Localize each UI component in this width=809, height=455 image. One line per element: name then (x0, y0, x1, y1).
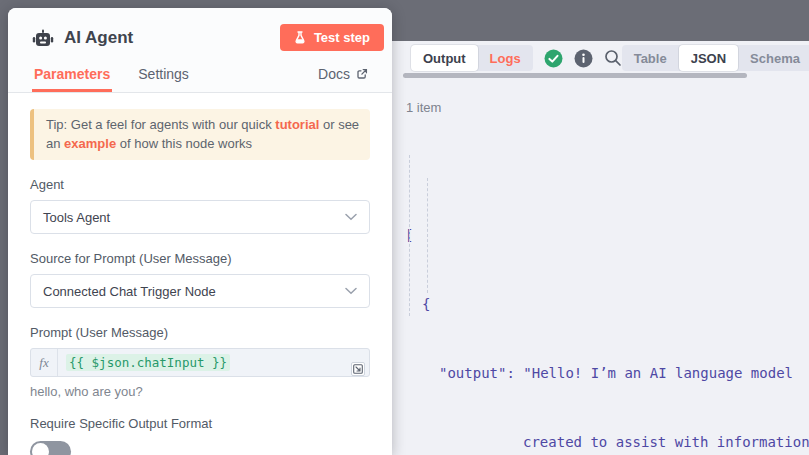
tip-text: Tip: Get a feel for agents with our quic… (46, 117, 275, 132)
tab-settings[interactable]: Settings (138, 66, 189, 92)
json-line: "output": "Hello! I’m an AI language mod… (400, 362, 809, 385)
json-line: { (400, 293, 809, 316)
robot-icon (32, 28, 54, 48)
fx-badge: fx (31, 349, 58, 376)
indent-guide (409, 155, 410, 316)
parameters-form: Tip: Get a feel for agents with our quic… (8, 93, 392, 455)
info-icon[interactable] (574, 49, 593, 68)
success-status-icon (544, 49, 563, 68)
source-field-label: Source for Prompt (User Message) (30, 251, 370, 266)
horizontal-scrollbar[interactable] (403, 73, 747, 78)
node-panel-tabs: Parameters Settings Docs (8, 61, 392, 93)
node-detail-panel: AI Agent Test step Parameters Settings D… (8, 8, 392, 455)
tab-schema[interactable]: Schema (738, 45, 809, 71)
docs-link[interactable]: Docs (318, 66, 368, 92)
prompt-source-select[interactable]: Connected Chat Trigger Node (30, 274, 370, 308)
toggle-knob (32, 443, 49, 455)
tutorial-link[interactable]: tutorial (275, 117, 319, 132)
indent-guide (427, 178, 428, 293)
docs-label: Docs (318, 66, 350, 82)
flask-icon (294, 31, 306, 44)
json-output-view: 1 item [ { "output": "Hello! I’m an AI l… (400, 92, 809, 455)
items-count: 1 item (406, 100, 809, 115)
node-title-group: AI Agent (32, 28, 133, 48)
chevron-down-icon (345, 213, 357, 221)
json-line: [ (400, 224, 809, 247)
example-link[interactable]: example (64, 136, 116, 151)
json-code-block: [ { "output": "Hello! I’m an AI language… (400, 132, 809, 455)
output-panel-header: Output Logs Table JSON Schema (411, 45, 795, 71)
prompt-expression-input[interactable]: fx {{ $json.chatInput }} (30, 348, 370, 377)
expand-expression-button[interactable] (351, 362, 365, 376)
expression-content[interactable]: {{ $json.chatInput }} (58, 349, 369, 376)
chevron-down-icon (345, 287, 357, 295)
output-logs-switch: Output Logs (411, 45, 533, 71)
agent-select[interactable]: Tools Agent (30, 200, 370, 234)
prompt-source-value: Connected Chat Trigger Node (43, 284, 216, 299)
display-mode-switch: Table JSON Schema (622, 45, 809, 71)
tab-output[interactable]: Output (411, 45, 478, 71)
agent-field-label: Agent (30, 177, 370, 192)
output-format-toggle[interactable] (30, 441, 71, 455)
tip-text-suffix: of how this node works (116, 136, 252, 151)
search-icon[interactable] (604, 49, 622, 67)
output-panel: Output Logs Table JSON Schema (392, 41, 809, 455)
node-panel-header: AI Agent Test step (8, 8, 392, 61)
node-title: AI Agent (64, 28, 133, 48)
tab-table[interactable]: Table (622, 45, 679, 71)
tab-logs[interactable]: Logs (478, 45, 533, 71)
external-link-icon (356, 68, 368, 80)
expression-value[interactable]: {{ $json.chatInput }} (66, 354, 230, 371)
tab-json[interactable]: JSON (679, 45, 738, 71)
prompt-field-label: Prompt (User Message) (30, 325, 370, 340)
tip-callout: Tip: Get a feel for agents with our quic… (30, 109, 370, 160)
test-step-label: Test step (314, 30, 370, 45)
output-format-label: Require Specific Output Format (30, 416, 370, 431)
agent-select-value: Tools Agent (43, 210, 110, 225)
expression-resolved-preview: hello, who are you? (30, 384, 370, 399)
tab-parameters[interactable]: Parameters (32, 66, 112, 92)
test-step-button[interactable]: Test step (280, 24, 384, 51)
json-line: created to assist with information, (400, 431, 809, 454)
